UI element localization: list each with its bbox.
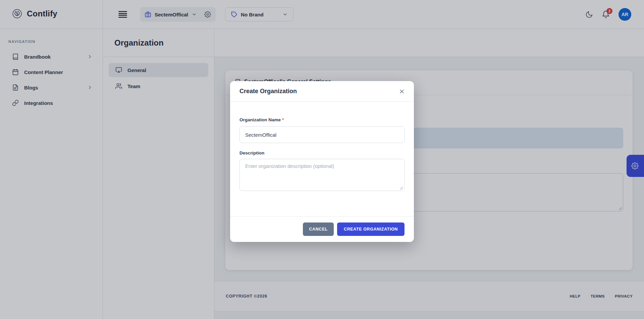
modal-body: Organization Name* Description [230,102,414,192]
organization-name-input[interactable] [239,126,405,143]
create-organization-button[interactable]: CREATE ORGANIZATION [337,222,405,236]
modal-header: Create Organization [230,81,414,102]
cancel-button[interactable]: CANCEL [303,222,334,236]
modal-title: Create Organization [239,88,297,95]
organization-description-input[interactable] [239,159,405,191]
required-asterisk: * [282,117,284,122]
create-organization-modal: Create Organization Organization Name* D… [230,81,414,242]
description-label: Description [239,150,405,155]
resize-handle-icon[interactable] [399,186,403,190]
org-name-label: Organization Name* [239,117,405,122]
modal-footer: CANCEL CREATE ORGANIZATION [230,216,414,242]
close-icon[interactable] [398,88,405,95]
